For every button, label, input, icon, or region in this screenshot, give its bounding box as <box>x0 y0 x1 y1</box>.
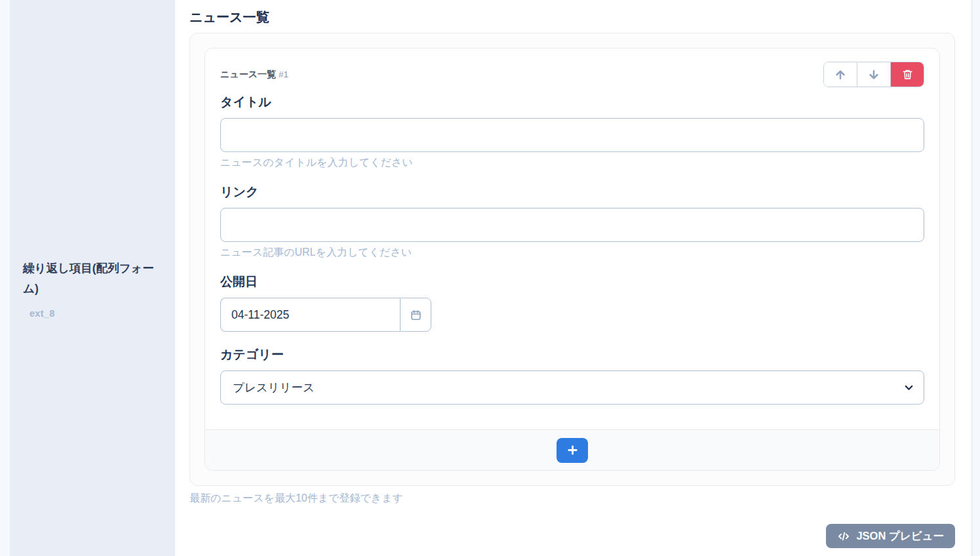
array-footer <box>205 429 939 470</box>
code-icon <box>837 530 850 543</box>
item-controls-group <box>823 62 924 87</box>
field-key: ext_8 <box>29 308 162 319</box>
array-item-index: #1 <box>279 70 288 79</box>
category-select-wrap: プレスリリース <box>220 370 924 405</box>
link-help-text: ニュース記事のURLを入力してください <box>220 246 924 259</box>
form-row: 繰り返し項目(配列フォーム) ext_8 ニュース一覧 ニュース一覧#1 <box>10 0 972 556</box>
plus-icon <box>567 445 578 456</box>
section-title: ニュース一覧 <box>189 8 955 26</box>
date-input[interactable] <box>220 298 400 332</box>
date-picker-button[interactable] <box>400 298 431 332</box>
array-help-text: 最新のニュースを最大10件まで登録できます <box>189 492 955 506</box>
json-preview-label: JSON プレビュー <box>856 529 944 544</box>
title-input[interactable] <box>220 118 924 152</box>
array-item-card: ニュース一覧#1 <box>205 48 940 471</box>
link-input[interactable] <box>220 208 924 242</box>
array-field-card: ニュース一覧#1 <box>189 33 955 486</box>
array-item-title-text: ニュース一覧 <box>220 69 276 79</box>
array-item-body: ニュース一覧#1 <box>205 49 939 429</box>
add-item-button[interactable] <box>557 438 588 463</box>
move-up-button[interactable] <box>824 62 857 87</box>
array-item-title: ニュース一覧#1 <box>220 69 288 81</box>
category-select[interactable]: プレスリリース <box>220 370 924 405</box>
date-field-label: 公開日 <box>220 275 924 288</box>
link-field-label: リンク <box>220 185 924 199</box>
move-down-button[interactable] <box>857 62 891 87</box>
field-label: 繰り返し項目(配列フォーム) <box>23 258 162 299</box>
arrow-up-icon <box>834 68 847 81</box>
json-preview-button[interactable]: JSON プレビュー <box>826 524 955 548</box>
array-item-header: ニュース一覧#1 <box>220 62 924 87</box>
date-input-group <box>220 298 431 332</box>
title-help-text: ニュースのタイトルを入力してください <box>220 156 924 169</box>
json-preview-row: JSON プレビュー <box>189 524 955 548</box>
category-field-label: カテゴリー <box>220 348 924 361</box>
delete-item-button[interactable] <box>891 62 924 87</box>
calendar-icon <box>410 309 422 321</box>
field-label-panel: 繰り返し項目(配列フォーム) ext_8 <box>10 0 175 556</box>
title-field-label: タイトル <box>220 95 924 109</box>
arrow-down-icon <box>867 68 880 81</box>
form-main-area: ニュース一覧 ニュース一覧#1 <box>175 0 972 556</box>
trash-icon <box>902 69 913 80</box>
